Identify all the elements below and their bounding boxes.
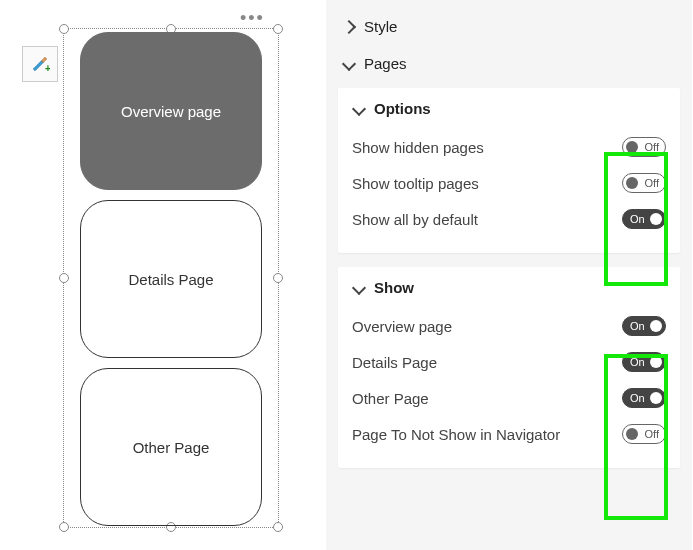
section-label: Pages xyxy=(364,55,407,72)
subpanel-options: Options Show hidden pages Off Show toolt… xyxy=(338,88,680,253)
resize-handle-tl[interactable] xyxy=(59,24,69,34)
section-pages[interactable]: Pages xyxy=(338,45,680,82)
nav-card-details[interactable]: Details Page xyxy=(80,200,262,358)
row-label: Details Page xyxy=(352,354,437,371)
row-label: Page To Not Show in Navigator xyxy=(352,426,560,443)
resize-handle-mr[interactable] xyxy=(273,273,283,283)
nav-card-label: Overview page xyxy=(121,103,221,120)
section-style[interactable]: Style xyxy=(338,8,680,45)
toggle-hidden-pages[interactable]: Off xyxy=(622,137,666,157)
svg-text:+: + xyxy=(45,63,50,74)
sub-header-label: Show xyxy=(374,279,414,296)
resize-handle-ml[interactable] xyxy=(59,273,69,283)
canvas: ••• + Overview page Details Page Other P… xyxy=(0,0,320,550)
toggle-details[interactable]: On xyxy=(622,352,666,372)
sub-header-label: Options xyxy=(374,100,431,117)
row-label: Overview page xyxy=(352,318,452,335)
subpanel-show: Show Overview page On Details Page On Ot… xyxy=(338,267,680,468)
option-row-show-all: Show all by default On xyxy=(352,201,666,237)
sub-header-show[interactable]: Show xyxy=(352,279,666,296)
nav-card-overview[interactable]: Overview page xyxy=(80,32,262,190)
resize-handle-br[interactable] xyxy=(273,522,283,532)
show-row-not-show: Page To Not Show in Navigator Off xyxy=(352,416,666,452)
show-row-other: Other Page On xyxy=(352,380,666,416)
show-row-details: Details Page On xyxy=(352,344,666,380)
option-row-tooltip-pages: Show tooltip pages Off xyxy=(352,165,666,201)
toggle-other[interactable]: On xyxy=(622,388,666,408)
resize-handle-bl[interactable] xyxy=(59,522,69,532)
more-options-icon[interactable]: ••• xyxy=(240,8,265,29)
paintbrush-icon: + xyxy=(30,54,50,74)
nav-card-other[interactable]: Other Page xyxy=(80,368,262,526)
chevron-down-icon xyxy=(352,280,366,294)
format-painter-button[interactable]: + xyxy=(22,46,58,82)
row-label: Other Page xyxy=(352,390,429,407)
toggle-overview[interactable]: On xyxy=(622,316,666,336)
sub-header-options[interactable]: Options xyxy=(352,100,666,117)
nav-card-label: Other Page xyxy=(133,439,210,456)
toggle-not-show[interactable]: Off xyxy=(622,424,666,444)
chevron-down-icon xyxy=(352,101,366,115)
row-label: Show hidden pages xyxy=(352,139,484,156)
row-label: Show tooltip pages xyxy=(352,175,479,192)
show-row-overview: Overview page On xyxy=(352,308,666,344)
properties-panel: Style Pages Options Show hidden pages Of… xyxy=(326,0,692,550)
toggle-tooltip-pages[interactable]: Off xyxy=(622,173,666,193)
row-label: Show all by default xyxy=(352,211,478,228)
option-row-hidden-pages: Show hidden pages Off xyxy=(352,129,666,165)
section-label: Style xyxy=(364,18,397,35)
nav-card-label: Details Page xyxy=(128,271,213,288)
resize-handle-tr[interactable] xyxy=(273,24,283,34)
chevron-down-icon xyxy=(342,56,356,70)
chevron-right-icon xyxy=(342,19,356,33)
toggle-show-all[interactable]: On xyxy=(622,209,666,229)
